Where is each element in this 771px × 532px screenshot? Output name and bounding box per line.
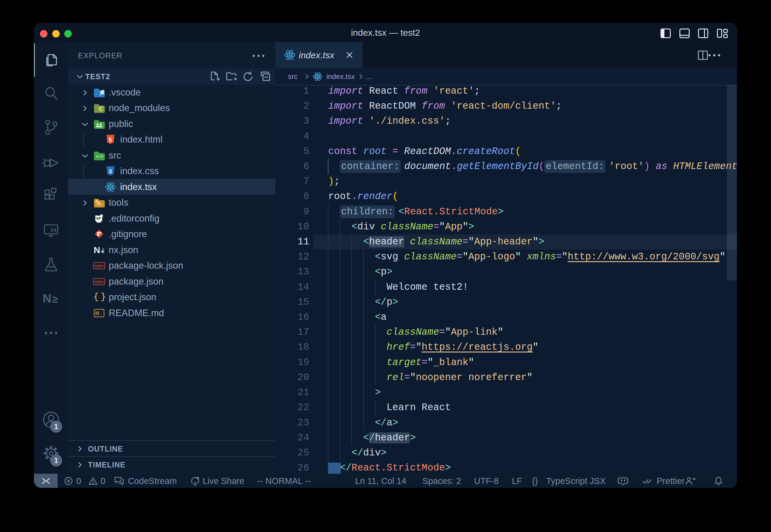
svg-text:JS: JS: [100, 107, 104, 110]
svg-text:N: N: [94, 245, 100, 255]
svg-text:npm: npm: [95, 263, 104, 268]
svg-text:</>: </>: [96, 154, 103, 159]
svg-text:≥: ≥: [52, 293, 58, 305]
svg-text:M: M: [95, 311, 99, 316]
svg-text:5: 5: [109, 137, 112, 143]
svg-text:N: N: [43, 292, 51, 305]
svg-text:npm: npm: [95, 279, 104, 284]
svg-text:↓: ↓: [100, 311, 102, 316]
svg-text:3: 3: [109, 168, 112, 174]
